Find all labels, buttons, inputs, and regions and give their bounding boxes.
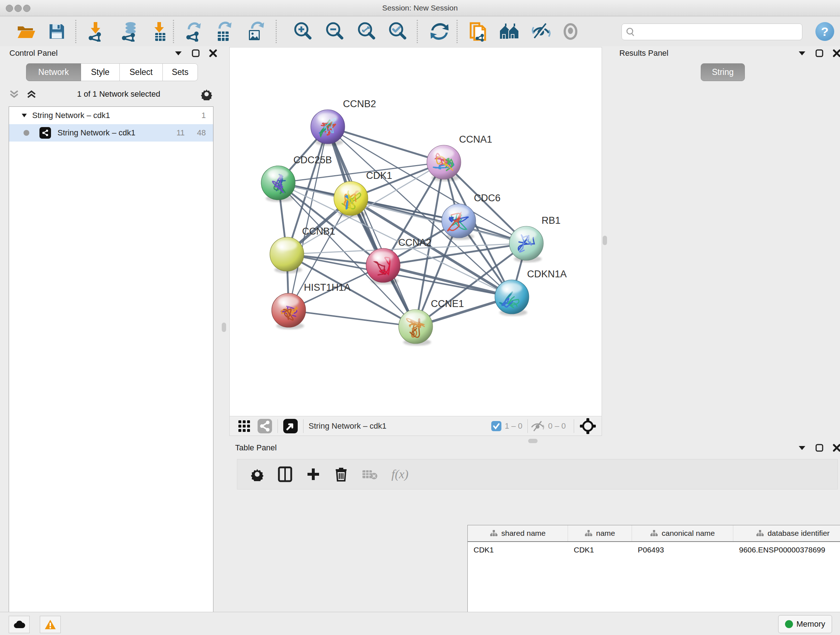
node-label-CDK1: CDK1 xyxy=(366,170,392,181)
export-image-button[interactable] xyxy=(245,21,265,42)
clone-network-button[interactable] xyxy=(468,21,489,42)
memory-status-dot xyxy=(785,620,793,628)
warning-icon xyxy=(44,619,56,630)
edge-CCNB2-CCNE1[interactable] xyxy=(328,127,416,326)
import-table-button[interactable] xyxy=(149,21,170,42)
search-input[interactable] xyxy=(622,24,802,40)
network-node-count: 11 xyxy=(177,128,185,138)
hidden-count: 0 – 0 xyxy=(548,421,566,431)
attribute-type-icon xyxy=(584,530,592,537)
show-all-nodes-button[interactable] xyxy=(499,21,520,42)
search-icon xyxy=(622,27,638,37)
node-label-CDC6: CDC6 xyxy=(474,193,501,203)
node-label-CDKN1A: CDKN1A xyxy=(527,269,567,279)
import-network-button[interactable] xyxy=(85,21,106,42)
refresh-button[interactable] xyxy=(429,21,450,42)
close-panel-icon[interactable] xyxy=(833,444,840,452)
node-label-CCNA2: CCNA2 xyxy=(398,237,431,248)
current-network-dot xyxy=(24,130,29,136)
node-CCNB1[interactable] xyxy=(270,237,304,271)
tab-network[interactable]: Network xyxy=(26,63,81,81)
node-CCNB2[interactable] xyxy=(311,110,345,144)
edge-HIST1H1A-CCNE1[interactable] xyxy=(289,310,416,326)
panel-menu-icon[interactable] xyxy=(798,445,806,450)
float-panel-icon[interactable] xyxy=(815,444,823,452)
right-splitter-grip[interactable] xyxy=(603,236,607,245)
close-panel-icon[interactable] xyxy=(833,49,840,57)
memory-button[interactable]: Memory xyxy=(778,615,832,633)
delete-column-icon[interactable] xyxy=(334,466,348,482)
zoom-out-button[interactable] xyxy=(324,21,345,42)
float-panel-icon[interactable] xyxy=(815,49,823,57)
create-column-icon[interactable] xyxy=(306,467,321,481)
export-table-button[interactable] xyxy=(213,21,234,42)
birds-eye-view-icon[interactable] xyxy=(283,418,298,434)
hide-selected-button[interactable] xyxy=(531,21,551,42)
column-header-canonical-name[interactable]: canonical name xyxy=(632,525,733,541)
attribute-type-icon xyxy=(490,530,498,537)
node-label-HIST1H1A: HIST1H1A xyxy=(304,282,351,293)
warnings-button[interactable] xyxy=(40,616,61,633)
cloud-status-button[interactable] xyxy=(9,616,30,633)
tab-string-results[interactable]: String xyxy=(701,63,745,81)
show-columns-icon[interactable] xyxy=(278,466,292,482)
collection-expander-icon[interactable] xyxy=(21,113,27,118)
panel-menu-icon[interactable] xyxy=(174,51,182,56)
network-label: String Network – cdk1 xyxy=(57,128,177,138)
node-CCNE1[interactable] xyxy=(399,310,433,344)
node-CDK1[interactable] xyxy=(334,181,368,215)
app-window: Session: New Session xyxy=(0,0,840,635)
zoom-fit-button[interactable] xyxy=(356,21,377,42)
node-CDC6[interactable] xyxy=(442,204,476,238)
network-list: String Network – cdk1 1 String Network –… xyxy=(9,106,213,635)
save-session-button[interactable] xyxy=(46,21,67,42)
string-view-icon[interactable] xyxy=(257,418,272,434)
inactive-eye-icon[interactable] xyxy=(560,21,581,42)
main-toolbar: ? xyxy=(0,16,840,47)
node-CDC25B[interactable] xyxy=(261,166,295,200)
network-row-selected[interactable]: String Network – cdk1 11 48 xyxy=(9,124,213,141)
fit-selected-crosshair-icon[interactable] xyxy=(579,417,597,435)
node-label-CCNB2: CCNB2 xyxy=(343,98,376,109)
table-row[interactable]: CDK1CDK1P064939606.ENSP00000378699cyclin… xyxy=(468,542,840,558)
left-splitter-grip[interactable] xyxy=(222,323,226,332)
close-panel-icon[interactable] xyxy=(209,49,217,57)
edge-CCNB2-CCNA1[interactable] xyxy=(328,127,444,162)
column-header-shared-name[interactable]: shared name xyxy=(468,525,568,541)
node-CCNA1[interactable] xyxy=(427,145,461,179)
collapse-all-networks-icon[interactable] xyxy=(9,89,19,99)
memory-label: Memory xyxy=(797,619,825,629)
hidden-eye-icon xyxy=(530,420,545,432)
string-network-icon xyxy=(39,127,51,139)
open-session-button[interactable] xyxy=(16,21,37,42)
tab-select[interactable]: Select xyxy=(120,63,163,81)
export-network-button[interactable] xyxy=(183,21,204,42)
node-RB1[interactable] xyxy=(509,226,543,260)
table-options-gear-icon[interactable] xyxy=(250,467,264,481)
node-CDKN1A[interactable] xyxy=(495,280,529,314)
control-panel-title: Control Panel xyxy=(9,49,57,58)
collection-count: 1 xyxy=(202,111,206,120)
column-header-name[interactable]: name xyxy=(568,525,632,541)
edge-CDC25B-CDC6[interactable] xyxy=(278,183,459,221)
attribute-type-icon xyxy=(650,530,658,537)
import-database-button[interactable] xyxy=(119,21,141,42)
panel-menu-icon[interactable] xyxy=(798,51,806,56)
network-options-gear-icon[interactable] xyxy=(201,88,213,100)
expand-all-networks-icon[interactable] xyxy=(26,89,37,99)
column-header-database-identifier[interactable]: database identifier xyxy=(733,525,840,541)
tab-style[interactable]: Style xyxy=(81,63,120,81)
network-collection-row[interactable]: String Network – cdk1 1 xyxy=(9,107,213,124)
node-HIST1H1A[interactable] xyxy=(272,293,306,327)
node-CCNA2[interactable] xyxy=(366,249,400,282)
network-canvas[interactable]: CCNB2CCNA1CDC25BCDK1CDC6RB1CCNB1CCNA2CDK… xyxy=(229,47,602,416)
tab-sets[interactable]: Sets xyxy=(163,63,198,81)
float-panel-icon[interactable] xyxy=(192,49,200,57)
selected-count: 1 – 0 xyxy=(505,421,523,431)
help-button[interactable]: ? xyxy=(815,22,834,41)
title-bar: Session: New Session xyxy=(0,0,840,16)
grid-view-icon[interactable] xyxy=(237,419,251,433)
network-view-title: String Network – cdk1 xyxy=(309,421,491,431)
zoom-in-button[interactable] xyxy=(292,21,313,42)
zoom-selected-button[interactable] xyxy=(387,21,408,42)
